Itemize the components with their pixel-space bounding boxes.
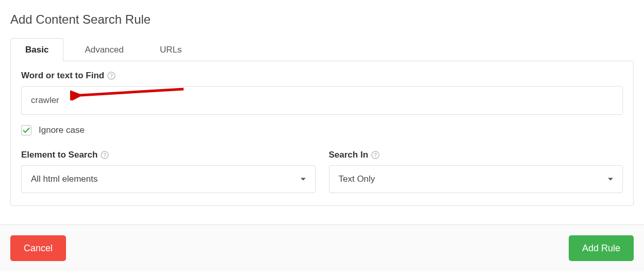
tab-urls[interactable]: URLs	[145, 38, 197, 61]
label-text: Element to Search	[21, 150, 97, 160]
select-value: All html elements	[31, 174, 97, 184]
search-in-field: Search In ? Text Only	[329, 150, 623, 193]
check-icon	[22, 126, 30, 134]
tab-bar: Basic Advanced URLs	[10, 38, 634, 61]
tab-basic[interactable]: Basic	[10, 38, 63, 61]
svg-text:?: ?	[103, 152, 106, 158]
ignore-case-label: Ignore case	[39, 125, 85, 135]
help-icon[interactable]: ?	[101, 151, 109, 159]
help-icon[interactable]: ?	[371, 151, 379, 159]
field-label-word-to-find: Word or text to Find ?	[21, 71, 623, 81]
word-to-find-input[interactable]	[21, 86, 623, 115]
element-to-search-select[interactable]: All html elements	[21, 165, 316, 193]
cancel-button[interactable]: Cancel	[10, 235, 66, 261]
tab-panel-basic: Word or text to Find ? Ignore case	[10, 61, 634, 206]
dialog-footer: Cancel Add Rule	[0, 224, 644, 271]
svg-text:?: ?	[110, 73, 113, 79]
element-to-search-field: Element to Search ? All html elements	[21, 150, 316, 193]
search-in-select[interactable]: Text Only	[329, 165, 623, 193]
label-text: Word or text to Find	[21, 71, 104, 81]
field-label-search-in: Search In ?	[329, 150, 623, 160]
tab-advanced[interactable]: Advanced	[70, 38, 139, 61]
chevron-down-icon	[608, 178, 613, 181]
chevron-down-icon	[301, 178, 306, 181]
ignore-case-checkbox[interactable]	[21, 125, 31, 135]
label-text: Search In	[329, 150, 369, 160]
svg-text:?: ?	[374, 152, 377, 158]
add-rule-button[interactable]: Add Rule	[569, 235, 634, 261]
select-value: Text Only	[339, 174, 375, 184]
field-label-element-to-search: Element to Search ?	[21, 150, 316, 160]
page-title: Add Content Search Rule	[10, 12, 634, 27]
help-icon[interactable]: ?	[107, 72, 115, 80]
